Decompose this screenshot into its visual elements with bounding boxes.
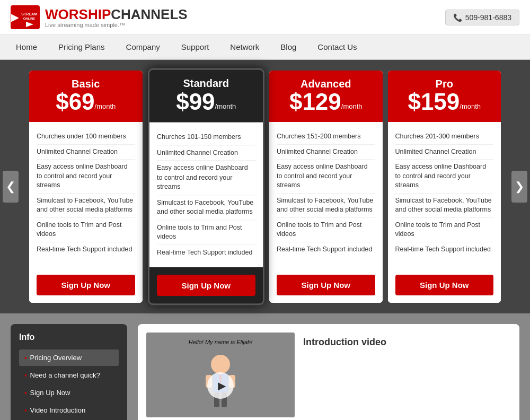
signup-standard[interactable]: Sign Up Now	[157, 275, 255, 296]
video-thumbnail[interactable]: Hello! My name is Elijah! ▶	[146, 332, 295, 417]
plan-standard-f1: Unlimited Channel Creation	[157, 145, 255, 161]
svg-text:STREAM: STREAM	[21, 12, 37, 16]
plan-advanced-price: $129	[289, 90, 341, 113]
logo-channels: CHANNELS	[111, 6, 187, 23]
plan-advanced-f2: Easy access online Dashboard to control …	[277, 160, 375, 194]
plan-standard-f4: Online tools to Trim and Post videos	[157, 220, 255, 245]
plan-advanced-price-row: $129 /month	[275, 90, 377, 113]
nav-company[interactable]: Company	[116, 35, 171, 59]
plan-basic: Basic $69 /month Churches under 100 memb…	[29, 71, 143, 303]
plan-pro-f0: Churches 201-300 members	[395, 129, 494, 145]
info-sidebar: Info • Pricing Overview • Need a channel…	[11, 324, 127, 420]
logo-area: STREAM ONLINE WORSHIP CHANNELS Live stre…	[11, 5, 188, 29]
plan-basic-f0: Churches under 100 members	[37, 129, 135, 145]
plan-advanced-f3: Simulcast to Facebook, YouTube and other…	[277, 194, 375, 218]
play-button[interactable]: ▶	[207, 372, 234, 399]
plan-advanced-f0: Churches 151-200 members	[277, 129, 375, 145]
plan-standard-price: $99	[176, 90, 215, 113]
phone-box: 📞 509-981-6883	[445, 10, 519, 25]
info-item-3[interactable]: • Video Introduction	[19, 402, 119, 418]
plan-pro-f4: Online tools to Trim and Post videos	[395, 218, 494, 242]
info-item-0-label: Pricing Overview	[30, 354, 82, 362]
nav-home[interactable]: Home	[5, 35, 48, 59]
nav-support[interactable]: Support	[171, 35, 220, 59]
plan-advanced-f5: Real-time Tech Support included	[277, 242, 375, 257]
info-item-1[interactable]: • Need a channel quick?	[19, 367, 119, 383]
plan-standard-f3: Simulcast to Facebook, YouTube and other…	[157, 195, 255, 220]
plan-pro-price-row: $159 /month	[393, 90, 496, 113]
info-item-1-label: Need a channel quick?	[30, 371, 100, 379]
bullet-1: •	[24, 371, 27, 379]
bullet-3: •	[24, 406, 27, 414]
video-content: Hello! My name is Elijah! ▶ Intro	[146, 332, 511, 417]
video-section: Hello! My name is Elijah! ▶ Intro	[138, 324, 519, 420]
plan-advanced-period: /month	[341, 102, 363, 110]
nav-contact[interactable]: Contact Us	[307, 35, 367, 59]
plan-pro-f3: Simulcast to Facebook, YouTube and other…	[395, 194, 494, 218]
plan-pro: Pro $159 /month Churches 201-300 members…	[388, 71, 501, 303]
bullet-2: •	[24, 389, 27, 397]
plan-advanced-f4: Online tools to Trim and Post videos	[277, 218, 375, 242]
plan-pro-header: Pro $159 /month	[388, 71, 501, 122]
logo-icon: STREAM ONLINE	[11, 5, 40, 29]
signup-advanced[interactable]: Sign Up Now	[277, 275, 375, 295]
next-arrow[interactable]: ❯	[511, 171, 527, 203]
video-label: Introduction video	[303, 337, 386, 348]
plan-standard-f2: Easy access online Dashboard to control …	[157, 161, 255, 195]
phone-icon: 📞	[453, 13, 462, 22]
plans-section: ❮ ❯ Basic $69 /month Churches under 100 …	[0, 60, 530, 313]
svg-point-6	[211, 355, 230, 374]
plan-standard-f0: Churches 101-150 members	[157, 130, 255, 145]
nav-pricing[interactable]: Pricing Plans	[48, 35, 116, 59]
prev-arrow[interactable]: ❮	[3, 171, 19, 203]
plan-pro-period: /month	[460, 102, 481, 110]
plan-basic-f4: Online tools to Trim and Post videos	[37, 218, 135, 242]
plan-pro-price: $159	[408, 90, 460, 113]
plan-advanced-header: Advanced $129 /month	[269, 71, 383, 122]
plan-standard-features: Churches 101-150 members Unlimited Chann…	[149, 122, 263, 267]
info-item-0[interactable]: • Pricing Overview	[19, 349, 119, 366]
plan-standard-header: Standard $99 /month	[149, 70, 263, 122]
plan-advanced-features: Churches 151-200 members Unlimited Chann…	[269, 122, 383, 267]
plan-advanced: Advanced $129 /month Churches 151-200 me…	[269, 71, 383, 303]
plan-basic-price-row: $69 /month	[34, 90, 137, 113]
svg-text:ONLINE: ONLINE	[23, 17, 35, 20]
navigation: Home Pricing Plans Company Support Netwo…	[0, 35, 530, 60]
logo-text: WORSHIP CHANNELS Live streaming made sim…	[45, 6, 188, 28]
plan-standard: Standard $99 /month Churches 101-150 mem…	[148, 68, 264, 305]
signup-basic[interactable]: Sign Up Now	[37, 275, 135, 295]
plan-advanced-footer: Sign Up Now	[269, 267, 383, 303]
plan-pro-f1: Unlimited Channel Creation	[395, 145, 494, 160]
plan-pro-footer: Sign Up Now	[388, 267, 501, 303]
info-item-2[interactable]: • Sign Up Now	[19, 384, 119, 401]
header: STREAM ONLINE WORSHIP CHANNELS Live stre…	[0, 0, 530, 35]
nav-network[interactable]: Network	[219, 35, 270, 59]
phone-number: 509-981-6883	[465, 13, 511, 22]
info-title: Info	[19, 332, 119, 342]
plan-standard-f5: Real-time Tech Support included	[157, 245, 255, 260]
video-info: Introduction video	[303, 332, 386, 350]
plan-basic-header: Basic $69 /month	[29, 71, 143, 122]
svg-text:Hello! My name is Elijah!: Hello! My name is Elijah!	[189, 339, 252, 345]
plan-pro-features: Churches 201-300 members Unlimited Chann…	[388, 122, 501, 267]
plan-basic-footer: Sign Up Now	[29, 267, 143, 303]
plan-pro-f2: Easy access online Dashboard to control …	[395, 160, 494, 194]
bottom-section: Info • Pricing Overview • Need a channel…	[0, 313, 530, 420]
info-item-3-label: Video Introduction	[30, 406, 86, 414]
plan-basic-period: /month	[95, 102, 116, 110]
plan-standard-period: /month	[215, 102, 236, 110]
plan-basic-features: Churches under 100 members Unlimited Cha…	[29, 122, 143, 267]
plan-advanced-f1: Unlimited Channel Creation	[277, 145, 375, 160]
logo-tagline: Live streaming made simple.™	[45, 22, 188, 28]
plan-standard-footer: Sign Up Now	[149, 267, 263, 303]
nav-blog[interactable]: Blog	[270, 35, 307, 59]
logo-worship: WORSHIP	[45, 6, 111, 23]
plan-standard-price-row: $99 /month	[155, 90, 258, 113]
plan-basic-f5: Real-time Tech Support included	[37, 242, 135, 257]
play-icon: ▶	[218, 379, 226, 392]
bullet-0: •	[24, 354, 27, 362]
plan-basic-f1: Unlimited Channel Creation	[37, 145, 135, 160]
signup-pro[interactable]: Sign Up Now	[395, 275, 494, 295]
plan-basic-f2: Easy access online Dashboard to control …	[37, 160, 135, 194]
info-item-2-label: Sign Up Now	[30, 389, 70, 397]
